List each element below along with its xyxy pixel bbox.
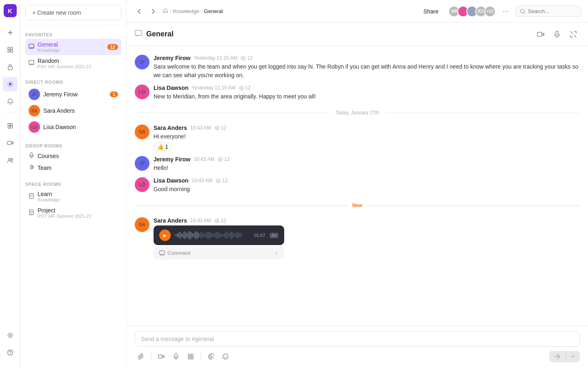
grid-button[interactable] (184, 350, 197, 363)
msg-sender-name: Jeremy Firow (154, 156, 190, 163)
svg-rect-4 (8, 67, 12, 70)
breadcrumb-knowledge[interactable]: Knowledge (173, 8, 199, 14)
msg-views: 12 (216, 178, 227, 183)
message-input[interactable]: Send a message to #general (135, 331, 580, 347)
share-button[interactable]: Share (418, 6, 444, 17)
input-area: Send a message to #general (127, 326, 588, 368)
audio-duration: 01:07 (254, 233, 265, 238)
mic-button[interactable] (169, 350, 183, 363)
create-room-button[interactable]: + Create new room (25, 5, 121, 20)
video-button[interactable] (155, 350, 168, 363)
avatar-more: +12 (484, 6, 496, 17)
broadcast-icon (29, 164, 34, 171)
jeremy-avatar: JF (29, 89, 40, 100)
date-divider: Today, January 27th (135, 110, 580, 116)
random-room-name: Random (38, 58, 118, 64)
home-icon[interactable] (163, 8, 168, 15)
widgets-icon[interactable] (3, 118, 18, 133)
svg-rect-21 (29, 194, 33, 198)
sidebar-item-general[interactable]: General Knowledge 12 (25, 39, 121, 55)
general-room-sub: Knowledge (38, 48, 104, 53)
bell-icon[interactable] (3, 94, 18, 109)
msg-time: 10:43 AM (190, 218, 211, 223)
workspace-logo[interactable]: K (4, 4, 17, 17)
chat2-icon (29, 60, 34, 67)
emoji-button[interactable] (219, 350, 232, 363)
main-content: / Knowledge / General Share AB KC +12 ··… (127, 0, 588, 368)
settings-icon[interactable] (3, 328, 18, 343)
avatar: JF (135, 156, 149, 171)
separator2 (200, 352, 201, 361)
space-rooms-section: SPACE ROOMS Learn Knowledge Project PSY … (20, 175, 126, 223)
svg-point-40 (209, 355, 212, 358)
grid-icon[interactable] (3, 42, 18, 57)
camera2-icon[interactable] (3, 136, 18, 150)
sidebar-item-sara[interactable]: SA Sara Anders (25, 103, 121, 119)
search-input[interactable] (528, 8, 577, 14)
expand-button[interactable] (567, 28, 580, 41)
video-call-button[interactable] (534, 28, 547, 41)
help-icon[interactable] (3, 345, 18, 360)
msg-text: Hi everyone! (154, 132, 580, 141)
chat-actions (534, 28, 580, 41)
svg-point-14 (9, 335, 11, 337)
svg-point-41 (223, 354, 228, 359)
sidebar-item-project[interactable]: Project PSY 345 Summer 2021-22 (25, 205, 121, 221)
sara-name: Sara Anders (43, 107, 118, 114)
activity-icon[interactable] (3, 77, 18, 91)
avatar-group: AB KC +12 (448, 6, 496, 17)
comment-button[interactable]: Comment (154, 247, 284, 259)
svg-rect-2 (8, 50, 10, 52)
favorites-label: FAVORITES (25, 32, 121, 37)
search-icon (520, 9, 526, 14)
new-divider: New (135, 203, 580, 208)
sidebar-item-lisa[interactable]: LD Lisa Dawson (25, 119, 121, 135)
more-button[interactable]: ··· (500, 6, 511, 17)
back-button[interactable] (133, 6, 145, 17)
avatar: SA (135, 217, 149, 232)
play-button[interactable]: ▶ (159, 230, 171, 241)
msg-views: 12 (214, 125, 226, 131)
svg-rect-9 (10, 123, 12, 125)
table-row: JF Jeremy Firow 10:43 AM 12 Hello! (135, 154, 580, 175)
msg-sender-name: Sara Anders (154, 125, 187, 131)
search-box (515, 6, 581, 17)
lock-icon[interactable] (3, 60, 18, 74)
svg-point-27 (243, 57, 244, 59)
forward-button[interactable] (148, 6, 159, 17)
send-options-button[interactable] (566, 351, 580, 362)
sidebar-header: + Create new room (20, 0, 126, 26)
team2-icon[interactable] (3, 153, 18, 167)
topbar: / Knowledge / General Share AB KC +12 ··… (127, 0, 588, 23)
microphone-button[interactable] (550, 28, 564, 41)
sidebar-item-random[interactable]: Random PSY 345 Summer 2021-22 (25, 55, 121, 71)
sidebar-item-courses[interactable]: Courses (25, 150, 121, 162)
svg-point-32 (216, 220, 218, 221)
send-button[interactable] (549, 351, 566, 362)
svg-rect-19 (31, 153, 33, 156)
ad-badge: Ad (270, 233, 278, 238)
sidebar-item-team[interactable]: Team (25, 162, 121, 174)
sidebar: + Create new room FAVORITES General Know… (20, 0, 127, 368)
sidebar-item-learn[interactable]: Learn Knowledge (25, 188, 121, 205)
lisa-avatar: LD (29, 121, 40, 133)
mention-button[interactable] (204, 350, 217, 363)
table-row: JF Jeremy Firow Yesterday 11:15 AM 12 Sa… (135, 52, 580, 82)
topbar-right: Share AB KC +12 ··· (418, 6, 581, 17)
doc-icon (29, 193, 34, 200)
project-sub: PSY 345 Summer 2021-22 (38, 214, 118, 219)
table-row: LD Lisa Dawson 10:43 AM 12 Good morning (135, 175, 580, 196)
msg-text: New to Meridian, from the area originall… (154, 92, 580, 101)
emoji-reaction[interactable]: 👍 1 (154, 143, 172, 151)
sidebar-item-jeremy[interactable]: JF Jeremy Firow 1 (25, 86, 121, 103)
general-room-name: General (38, 41, 104, 48)
attachment-button[interactable] (135, 350, 148, 363)
learn-sub: Knowledge (38, 197, 118, 202)
msg-sender-name: Lisa Dawson (154, 177, 189, 184)
table-row: LD Lisa Dawson Yesterday 11:15 AM 12 New… (135, 82, 580, 103)
doc2-icon (29, 210, 34, 216)
plus-icon[interactable] (3, 25, 18, 40)
svg-rect-37 (191, 354, 193, 356)
svg-point-12 (8, 158, 10, 161)
direct-rooms-label: DIRECT ROOMS (25, 80, 121, 85)
